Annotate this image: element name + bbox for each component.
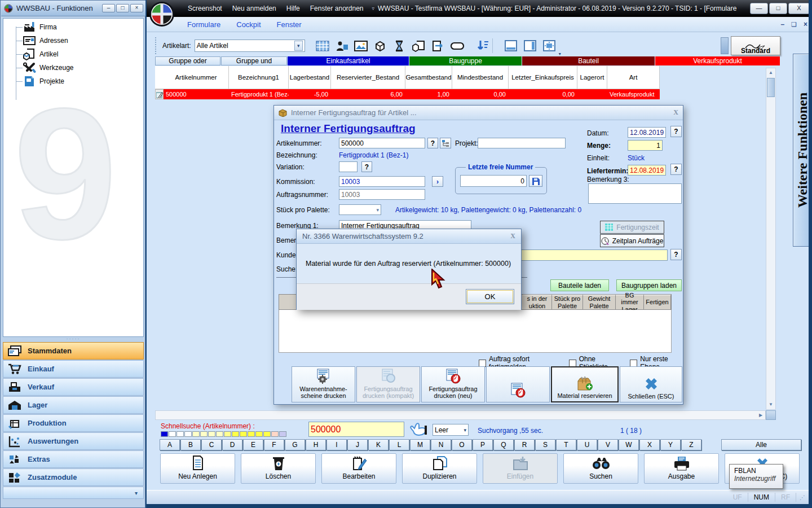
priority-color-square[interactable] (279, 431, 286, 437)
grid-column-header[interactable]: Bezeichnung1 (229, 66, 289, 89)
nav-item-zusatzmodule[interactable]: Zusatzmodule (3, 468, 144, 486)
tree-item-adressen[interactable]: Adressen (23, 34, 68, 47)
alphabet-key[interactable]: B (180, 439, 201, 450)
mdi-minimize-icon[interactable]: – (777, 20, 788, 28)
grid-column-header[interactable]: Letzter_Einkaufspreis (509, 66, 577, 89)
alphabet-key[interactable]: V (598, 439, 618, 450)
grid-cell[interactable]: 6,00 (331, 89, 405, 99)
grid-column-header[interactable]: Lagerbestand (289, 66, 331, 89)
grid-column-header[interactable]: Reservierter_Bestand (331, 66, 405, 89)
priority-color-square[interactable] (208, 431, 215, 437)
layout-bottom-icon[interactable] (505, 40, 517, 51)
kommission-next-button[interactable]: › (432, 176, 443, 187)
grid-column-header[interactable]: Art (607, 66, 660, 89)
alphabet-key[interactable]: M (410, 439, 430, 450)
maximize-button[interactable]: □ (769, 3, 787, 14)
nav-item-extras[interactable]: Extras (3, 450, 144, 468)
alphabet-key[interactable]: Z (681, 439, 701, 450)
alphabet-key[interactable]: T (556, 439, 576, 450)
app-logo[interactable] (149, 1, 175, 27)
mdi-restore-icon[interactable]: ❏ (788, 21, 800, 28)
priority-color-square[interactable] (192, 431, 200, 437)
loeschen-button[interactable]: Löschen (241, 453, 316, 484)
chevron-down-icon[interactable]: ▾ (294, 41, 303, 51)
fa-drucken-neu-button[interactable]: Fertigungsauftrag drucken (neu) (421, 366, 485, 402)
alphabet-key[interactable]: P (473, 439, 493, 450)
alphabet-key[interactable]: S (535, 439, 555, 450)
grid-cell[interactable]: 0,00 (452, 89, 509, 99)
resize-grip-icon[interactable]: ⋰ (800, 494, 805, 501)
letzte-freie-nummer-input[interactable]: 0 (460, 175, 527, 187)
toolbar-overflow-chevron-icon[interactable]: ▾ (559, 51, 561, 56)
parts-table-column-header[interactable]: Fertigen (644, 295, 671, 309)
box-document-icon[interactable] (412, 40, 425, 52)
artikelnummer-tree-button[interactable] (440, 138, 451, 148)
alphabet-key[interactable]: Q (493, 439, 514, 450)
minimize-button[interactable]: – (102, 4, 115, 12)
nav-collapse-strip[interactable]: ▾ (3, 487, 144, 499)
alphabet-key[interactable]: N (431, 439, 451, 450)
grid-row-gutter[interactable] (155, 89, 164, 99)
functions-window-titlebar[interactable]: WWSBAU - Funktionen – □ × (1, 1, 145, 16)
liefertermin-input[interactable]: 12.08.2019 (628, 165, 666, 176)
standard-button[interactable]: Standard (731, 36, 780, 55)
contact-icon[interactable] (335, 40, 348, 52)
artikelnummer-input[interactable]: 500000 (339, 138, 425, 148)
grid-cell[interactable]: Verkaufsprodukt (607, 89, 660, 99)
alphabet-key[interactable]: O (452, 439, 472, 450)
category-segment[interactable]: Einkaufsartikel (288, 56, 409, 65)
category-segment[interactable]: Gruppe oder (155, 56, 220, 65)
neu-anlegen-button[interactable]: Neu Anlegen (160, 453, 235, 484)
pill-icon[interactable] (450, 40, 465, 52)
nav-item-verkauf[interactable]: Verkauf (3, 378, 144, 396)
kunde-help-button[interactable]: ? (670, 249, 682, 260)
grid-column-header[interactable]: Gesamtbestand (405, 66, 452, 89)
priority-color-square[interactable] (200, 431, 208, 437)
alphabet-key[interactable]: K (368, 439, 389, 450)
image-icon[interactable] (354, 40, 368, 52)
alphabet-key[interactable]: H (306, 439, 326, 450)
priority-color-square[interactable] (176, 431, 184, 437)
menu-fenster[interactable]: Fenster (269, 20, 310, 29)
alphabet-key[interactable]: G (285, 439, 305, 450)
parts-table-column-header[interactable]: Gewicht Palette (583, 295, 616, 309)
grid-cell[interactable]: -5,00 (289, 89, 331, 99)
grid-cell[interactable]: 500000 (164, 89, 229, 99)
menu-item-neu-anmelden[interactable]: Neu anmelden (227, 5, 281, 12)
menu-item-hilfe[interactable]: Hilfe (281, 5, 305, 12)
close-icon[interactable]: X (510, 232, 515, 240)
alphabet-key[interactable]: J (347, 439, 368, 450)
parts-table-column-header[interactable]: Stück pro Palette (552, 295, 583, 309)
priority-color-square[interactable] (161, 431, 168, 437)
alphabet-key[interactable]: L (389, 439, 409, 450)
duplizieren-button[interactable]: Duplizieren (402, 453, 477, 484)
filter-select[interactable]: Leer ▾ (433, 424, 469, 436)
alphabet-key[interactable]: X (639, 439, 660, 450)
tree-item-firma[interactable]: Firma (23, 21, 57, 33)
stueck-pro-palette-select[interactable]: ▾ (339, 204, 381, 215)
maximize-button[interactable]: □ (116, 4, 129, 12)
category-segment[interactable]: Bauteil (522, 56, 655, 65)
horizontal-scrollbar[interactable]: ▶ (155, 410, 766, 420)
grid-cell[interactable]: Fertigprodukt 1 (Bez-1) (229, 89, 289, 99)
menu-item-fenster-anordnen[interactable]: Fenster anordnen (305, 5, 369, 12)
nav-item-produktion[interactable]: Produktion (3, 414, 144, 432)
alphabet-key[interactable]: E (243, 439, 263, 450)
scroll-down-icon[interactable]: ▼ (766, 400, 775, 409)
nav-item-auswertungen[interactable]: Auswertungen (3, 432, 144, 450)
ok-button[interactable]: OK (466, 289, 514, 304)
suchen-button[interactable]: Suchen (563, 453, 638, 484)
panel-splitter[interactable]: ····· (3, 337, 144, 341)
priority-color-square[interactable] (271, 431, 279, 437)
alphabet-key[interactable]: U (577, 439, 597, 450)
artikelnummer-help-button[interactable]: ? (427, 138, 438, 148)
parts-table-column-header[interactable]: s in der uktion (523, 295, 552, 309)
nav-item-stammdaten[interactable]: Stammdaten (3, 342, 144, 360)
datum-help-button[interactable]: ? (670, 126, 682, 137)
alle-button[interactable]: Alle (721, 439, 801, 450)
nav-item-lager[interactable]: Lager (3, 396, 144, 414)
alphabet-key[interactable]: C (201, 439, 222, 450)
scroll-right-icon[interactable]: ▶ (756, 411, 765, 419)
category-segment[interactable]: Gruppe und (221, 56, 287, 65)
layout-right-icon[interactable] (524, 40, 536, 51)
